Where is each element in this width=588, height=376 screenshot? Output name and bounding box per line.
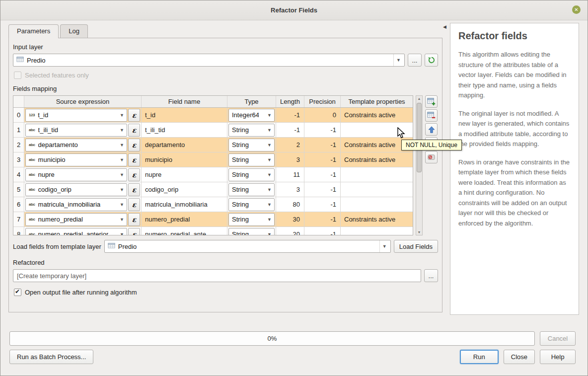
chevron-down-icon: ▼: [379, 240, 389, 252]
selected-features-label: Selected features only: [25, 72, 89, 79]
header-length[interactable]: Length: [276, 96, 304, 107]
precision-cell[interactable]: -1: [304, 197, 341, 212]
precision-cell[interactable]: -1: [304, 167, 341, 182]
checkbox-box[interactable]: [14, 289, 21, 296]
template-layer-combo[interactable]: Predio ▼: [104, 240, 391, 253]
source-expression-combo[interactable]: abcmatricula_inmobiliaria▼: [25, 198, 127, 211]
source-expression-combo[interactable]: abcmunicipio▼: [25, 153, 127, 166]
header-field-name[interactable]: Field name: [142, 96, 227, 107]
help-button[interactable]: Help: [540, 350, 576, 364]
precision-cell[interactable]: -1: [304, 182, 341, 197]
precision-cell[interactable]: 0: [304, 108, 341, 122]
scrollbar-thumb[interactable]: [417, 103, 422, 172]
close-button[interactable]: Close: [504, 350, 535, 364]
field-name-cell[interactable]: departamento: [142, 138, 227, 152]
help-title: Refactor fields: [458, 30, 571, 42]
chevron-down-icon: ▼: [265, 139, 274, 151]
vertical-scrollbar[interactable]: ▲ ▼: [416, 95, 423, 235]
collapse-help-icon[interactable]: ◀: [443, 24, 446, 29]
field-name-cell[interactable]: numero_predial_ante: [142, 227, 227, 235]
chevron-down-icon: ▼: [117, 169, 127, 181]
source-expression-combo[interactable]: abcnumero_predial_anterior▼: [25, 228, 127, 236]
add-field-button[interactable]: [425, 95, 438, 108]
field-name-cell[interactable]: t_id: [142, 108, 227, 122]
input-layer-combo[interactable]: Predio ▼: [13, 54, 405, 67]
length-cell[interactable]: 11: [276, 167, 304, 182]
length-cell[interactable]: 30: [276, 212, 304, 226]
open-output-checkbox[interactable]: Open output file after running algorithm: [14, 289, 438, 296]
header-source-expression[interactable]: Source expression: [24, 96, 142, 107]
header-template-properties[interactable]: Template properties: [341, 96, 413, 107]
source-expression-combo[interactable]: abcdepartamento▼: [25, 139, 127, 151]
field-name-cell[interactable]: codigo_orip: [142, 182, 227, 197]
type-combo[interactable]: String▼: [228, 228, 275, 236]
tab-log[interactable]: Log: [60, 24, 88, 38]
precision-cell[interactable]: -1: [304, 152, 341, 167]
type-cell: String▼: [227, 197, 276, 212]
field-row: 5abccodigo_orip▼εcodigo_oripString▼3-1: [13, 182, 413, 197]
expression-builder-button[interactable]: ε: [128, 109, 140, 122]
close-icon[interactable]: ✕: [572, 5, 581, 14]
run-as-batch-button[interactable]: Run as Batch Process...: [9, 350, 93, 364]
length-cell[interactable]: 3: [276, 152, 304, 167]
expression-builder-button[interactable]: ε: [128, 168, 140, 181]
precision-cell[interactable]: -1: [304, 123, 341, 137]
scroll-down-icon[interactable]: ▼: [416, 230, 422, 234]
header-type[interactable]: Type: [227, 96, 276, 107]
precision-cell[interactable]: -1: [304, 212, 341, 226]
type-combo[interactable]: String▼: [228, 153, 275, 166]
type-combo[interactable]: String▼: [228, 168, 275, 181]
precision-cell[interactable]: -1: [304, 138, 341, 152]
source-expression-combo[interactable]: abct_ili_tid▼: [25, 124, 127, 137]
template-properties-cell: Constraints active: [341, 152, 413, 167]
row-number: 8: [13, 227, 24, 235]
source-expression-combo[interactable]: abcnumero_predial▼: [25, 213, 127, 226]
field-name-cell[interactable]: matricula_inmobiliaria: [142, 197, 227, 212]
expression-builder-button[interactable]: ε: [128, 183, 140, 196]
precision-cell[interactable]: -1: [304, 227, 341, 235]
expression-builder-button[interactable]: ε: [128, 198, 140, 211]
type-combo[interactable]: String▼: [228, 139, 275, 151]
chevron-down-icon: ▼: [265, 124, 274, 136]
field-name-cell[interactable]: t_ili_tid: [142, 123, 227, 137]
source-expression-combo[interactable]: abcnupre▼: [25, 168, 127, 181]
refactored-browse-button[interactable]: ...: [424, 269, 438, 282]
length-cell[interactable]: 2: [276, 138, 304, 152]
length-cell[interactable]: -1: [276, 123, 304, 137]
expression-builder-button[interactable]: ε: [128, 153, 140, 166]
row-number: 0: [13, 108, 24, 122]
type-combo[interactable]: String▼: [228, 198, 275, 211]
field-row: 8abcnumero_predial_anterior▼εnumero_pred…: [13, 227, 413, 235]
field-name-cell[interactable]: numero_predial: [142, 212, 227, 226]
move-up-button[interactable]: [425, 123, 438, 136]
type-combo[interactable]: String▼: [228, 124, 275, 137]
source-expression-combo[interactable]: abccodigo_orip▼: [25, 183, 127, 196]
length-cell[interactable]: -1: [276, 108, 304, 122]
expression-builder-button[interactable]: ε: [128, 228, 140, 236]
field-name-cell[interactable]: nupre: [142, 167, 227, 182]
cancel-button[interactable]: Cancel: [540, 331, 576, 346]
length-cell[interactable]: 3: [276, 182, 304, 197]
expression-builder-button[interactable]: ε: [128, 139, 140, 151]
titlebar[interactable]: Refactor Fields ✕: [0, 0, 588, 20]
type-combo[interactable]: String▼: [228, 213, 275, 226]
expression-builder-button[interactable]: ε: [128, 124, 140, 137]
input-layer-browse-button[interactable]: ...: [408, 54, 422, 67]
source-expression-combo[interactable]: 123t_id▼: [25, 109, 127, 122]
run-button[interactable]: Run: [460, 350, 499, 364]
expression-builder-button[interactable]: ε: [128, 213, 140, 226]
type-combo[interactable]: Integer64▼: [228, 109, 275, 122]
length-cell[interactable]: 80: [276, 197, 304, 212]
delete-field-button[interactable]: [425, 109, 438, 122]
header-precision[interactable]: Precision: [304, 96, 341, 107]
field-name-cell[interactable]: municipio: [142, 152, 227, 167]
clear-fields-button[interactable]: [425, 151, 438, 163]
field-row: 7abcnumero_predial▼εnumero_predialString…: [13, 212, 413, 227]
load-fields-button[interactable]: Load Fields: [394, 240, 438, 253]
scroll-up-icon[interactable]: ▲: [416, 97, 422, 100]
refactored-output-input[interactable]: [Create temporary layer]: [13, 269, 421, 282]
iterate-layer-button[interactable]: [425, 54, 438, 67]
length-cell[interactable]: 20: [276, 227, 304, 235]
tab-parameters[interactable]: Parameters: [8, 24, 59, 38]
type-combo[interactable]: String▼: [228, 183, 275, 196]
